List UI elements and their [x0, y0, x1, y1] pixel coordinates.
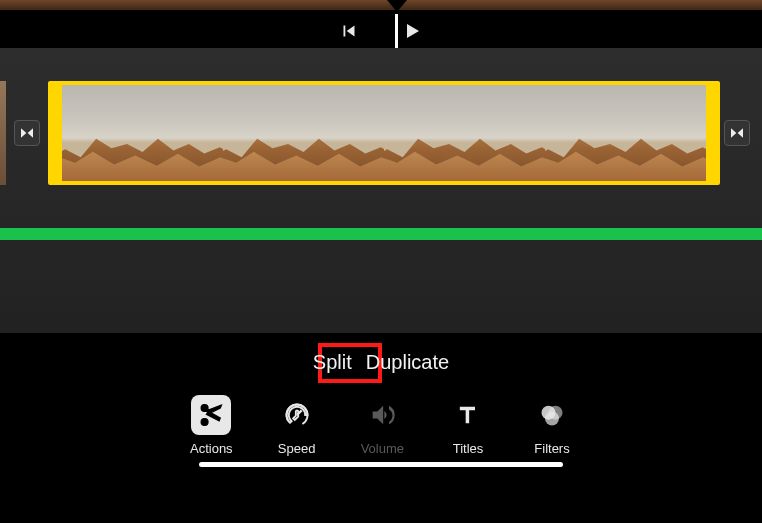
timeline-scrub-bar[interactable]: [199, 462, 563, 467]
clip-thumbnail: [384, 85, 545, 181]
audio-track[interactable]: [0, 228, 762, 240]
play-icon: [400, 19, 424, 43]
clip-thumbnail: [223, 85, 384, 181]
editor-toolbar: Actions Speed Volume Titles: [0, 395, 762, 456]
clip-thumbnail: [62, 85, 223, 181]
transition-marker-right[interactable]: [724, 120, 750, 146]
transition-icon: [729, 125, 745, 141]
selected-video-clip[interactable]: [48, 81, 720, 185]
scissors-icon: [197, 401, 225, 429]
toolbar-item-actions[interactable]: Actions: [190, 395, 233, 456]
toolbar-item-titles[interactable]: Titles: [448, 395, 488, 456]
timeline[interactable]: [0, 48, 762, 333]
toolbar-item-volume: Volume: [361, 395, 404, 456]
playback-controls: [0, 18, 762, 48]
toolbar-item-speed[interactable]: Speed: [277, 395, 317, 456]
preview-strip-bottom-edge: [0, 0, 762, 10]
split-action[interactable]: Split: [313, 351, 352, 374]
toolbar-label: Speed: [278, 441, 316, 456]
clip-thumbnails: [62, 85, 706, 181]
clip-thumbnail: [545, 85, 706, 181]
transition-marker-left[interactable]: [14, 120, 40, 146]
clip-trim-handle-right[interactable]: [706, 85, 716, 181]
toolbar-item-filters[interactable]: Filters: [532, 395, 572, 456]
imovie-editor-root: Split Duplicate Actions Speed Volu: [0, 0, 762, 523]
play-button[interactable]: [400, 19, 424, 47]
transition-icon: [19, 125, 35, 141]
filters-icon: [538, 401, 566, 429]
toolbar-label: Actions: [190, 441, 233, 456]
skip-back-icon: [338, 20, 360, 42]
speedometer-icon: [283, 401, 311, 429]
skip-back-button[interactable]: [338, 20, 360, 46]
toolbar-label: Volume: [361, 441, 404, 456]
svg-point-4: [545, 412, 559, 426]
text-icon: [454, 401, 482, 429]
toolbar-label: Filters: [534, 441, 569, 456]
toolbar-label: Titles: [453, 441, 484, 456]
clip-trim-handle-left[interactable]: [52, 85, 62, 181]
previous-clip-edge[interactable]: [0, 81, 6, 185]
clip-context-actions: Split Duplicate: [0, 351, 762, 374]
bottom-panel: Split Duplicate Actions Speed Volu: [0, 335, 762, 523]
duplicate-action[interactable]: Duplicate: [366, 351, 449, 374]
volume-icon: [368, 401, 396, 429]
